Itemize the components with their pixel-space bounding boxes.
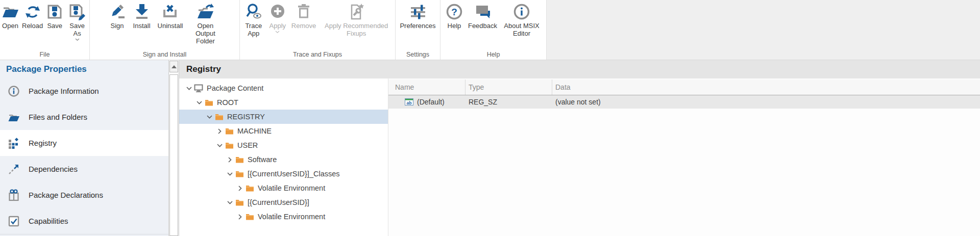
install-button[interactable]: Install (132, 3, 152, 30)
chevron-expanded-icon[interactable] (225, 172, 234, 176)
tree-node-label: [{CurrentUserSID}]_Classes (248, 170, 340, 178)
tree-node-label: Package Content (207, 84, 263, 92)
sidebar-item-registry[interactable]: Registry (0, 130, 168, 156)
sidebar-item-label: Package Declarations (29, 191, 103, 199)
chevron-expanded-icon[interactable] (215, 144, 224, 147)
folder-icon (224, 142, 234, 149)
about-msix-editor-button[interactable]: About MSIX Editor (501, 3, 543, 37)
ribbon-group-settings: Preferences Settings (396, 0, 440, 60)
sidebar-title: Package Properties (0, 60, 168, 78)
trace-app-button[interactable]: Trace App (242, 3, 265, 37)
tree-node-currentusersid[interactable]: [{CurrentUserSID}] (179, 195, 388, 209)
chevron-expanded-icon[interactable] (194, 101, 204, 104)
svg-text:ab: ab (407, 100, 412, 106)
sidebar-item-label: Capabilities (29, 217, 68, 225)
tree-node-currentusersid-classes[interactable]: [{CurrentUserSID}]_Classes (179, 167, 388, 181)
chevron-down-icon[interactable] (75, 38, 80, 41)
sidebar-item-dependencies[interactable]: Dependencies (0, 156, 168, 182)
chevron-collapsed-icon[interactable] (215, 128, 224, 134)
sidebar-item-files-and-folders[interactable]: Files and Folders (0, 104, 168, 130)
chevron-collapsed-icon[interactable] (235, 214, 244, 220)
reload-button[interactable]: Reload (20, 3, 44, 30)
tree-node-label: USER (237, 141, 258, 149)
value-type: REG_SZ (465, 98, 552, 106)
scrollbar-thumb[interactable] (169, 74, 178, 236)
save-as-label: Save As (66, 22, 88, 37)
sidebar-item-package-declarations[interactable]: Package Declarations (0, 182, 168, 208)
value-name: (Default) (417, 98, 445, 106)
remove-label: Remove (291, 22, 316, 30)
tree-node-label: Software (248, 155, 277, 164)
column-header-name[interactable]: Name (388, 80, 465, 95)
open-button[interactable]: Open (0, 3, 20, 30)
registry-values-table: Name Type Data ab (Default) REG_SZ (va (388, 78, 980, 236)
about-info-icon (513, 3, 530, 20)
apply-recommended-fixups-label: Apply Recommended Fixups (321, 22, 391, 37)
tree-node-label: Volatile Environment (258, 213, 325, 221)
chevron-expanded-icon[interactable] (184, 87, 193, 90)
svg-text:?: ? (451, 7, 457, 17)
sign-label: Sign (111, 22, 124, 30)
folder-icon (204, 99, 214, 106)
registry-panel: Registry Package Content (179, 60, 980, 236)
group-label-settings: Settings (396, 51, 440, 58)
tree-node-label: REGISTRY (227, 113, 265, 121)
tree-node-root[interactable]: ROOT (179, 95, 388, 110)
sidebar-item-capabilities[interactable]: Capabilities (0, 208, 168, 234)
sidebar-item-package-information[interactable]: Package Information (0, 78, 168, 104)
uninstall-button[interactable]: Uninstall (156, 3, 185, 30)
chevron-expanded-icon[interactable] (205, 115, 214, 119)
group-label-help: Help (440, 51, 546, 58)
ribbon-empty-area (547, 0, 980, 60)
column-header-data[interactable]: Data (552, 80, 980, 95)
sidebar-item-label: Registry (29, 139, 57, 147)
ribbon-group-file: Open Reload Save (0, 0, 90, 60)
apply-recommended-fixups-button[interactable]: Apply Recommended Fixups (320, 3, 393, 37)
reload-label: Reload (22, 22, 43, 30)
tree-node-software[interactable]: Software (179, 152, 388, 167)
folder-icon (244, 185, 255, 192)
remove-button[interactable]: Remove (290, 3, 317, 30)
info-icon (8, 85, 20, 97)
trace-app-icon (245, 3, 262, 20)
uninstall-icon (161, 3, 179, 20)
folder-icon (214, 113, 224, 120)
feedback-bubble-icon (474, 3, 492, 20)
chevron-expanded-icon[interactable] (225, 201, 234, 204)
apply-button[interactable]: Apply (267, 3, 288, 33)
computer-icon (193, 84, 204, 92)
open-output-folder-button[interactable]: Open Output Folder (188, 3, 222, 45)
preferences-button[interactable]: Preferences (398, 3, 437, 30)
open-output-folder-label: Open Output Folder (190, 22, 220, 45)
install-label: Install (133, 22, 151, 30)
install-arrow-icon (133, 3, 151, 20)
checkbox-icon (8, 215, 20, 227)
tree-node-user[interactable]: USER (179, 138, 388, 152)
tree-node-volatile-environment-classes[interactable]: Volatile Environment (179, 181, 388, 195)
tree-node-package-content[interactable]: Package Content (179, 81, 388, 95)
chevron-collapsed-icon[interactable] (235, 186, 244, 191)
preferences-label: Preferences (400, 22, 435, 30)
scrollbar-up-button[interactable] (169, 61, 178, 72)
folder-icon (234, 170, 244, 177)
feedback-button[interactable]: Feedback (467, 3, 499, 30)
folder-icon (8, 111, 20, 123)
save-button[interactable]: Save (44, 3, 65, 30)
save-as-button[interactable]: Save As (65, 3, 89, 41)
tree-node-machine[interactable]: MACHINE (179, 124, 388, 138)
tree-node-volatile-environment[interactable]: Volatile Environment (179, 209, 388, 224)
sidebar-item-label: Files and Folders (29, 113, 87, 121)
sidebar-list: Package Information Files and Folders (0, 78, 168, 234)
tree-node-registry[interactable]: REGISTRY (179, 110, 388, 124)
help-button[interactable]: ? Help (444, 3, 464, 30)
tree-node-label: ROOT (217, 98, 238, 107)
page-title: Registry (179, 60, 980, 78)
column-header-type[interactable]: Type (465, 80, 552, 95)
table-row[interactable]: ab (Default) REG_SZ (value not set) (388, 95, 980, 109)
chevron-collapsed-icon[interactable] (225, 157, 234, 163)
folder-icon (234, 156, 244, 163)
sign-button[interactable]: Sign (107, 3, 128, 30)
reg-sz-icon: ab (405, 98, 413, 106)
registry-tree: Package Content ROOT (179, 78, 388, 236)
group-label-sign-and-install: Sign and Install (90, 51, 239, 58)
